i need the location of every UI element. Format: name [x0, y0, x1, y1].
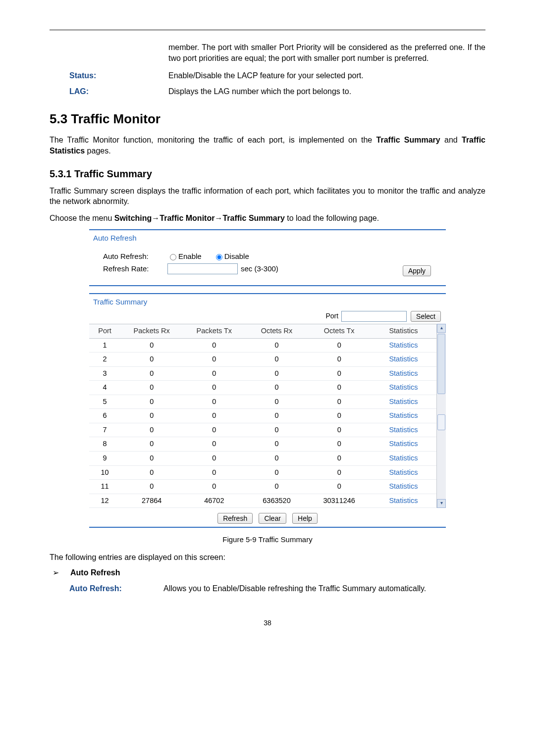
- table-row: 20000Statistics: [89, 353, 436, 367]
- auto-refresh-enable-radio[interactable]: Enable: [167, 252, 202, 261]
- table-cell: 7: [89, 423, 120, 437]
- scroll-up-arrow-icon[interactable]: ▴: [437, 324, 446, 333]
- table-cell: 10: [89, 465, 120, 480]
- table-cell: 0: [308, 338, 371, 353]
- statistics-link[interactable]: Statistics: [371, 409, 436, 423]
- table-cell: 0: [183, 366, 245, 381]
- page-top-rule: [50, 30, 485, 30]
- status-def-label: Status:: [50, 70, 168, 81]
- statistics-link[interactable]: Statistics: [371, 437, 436, 452]
- refresh-rate-input[interactable]: [167, 263, 238, 274]
- auto-refresh-def-text: Allows you to Enable/Disable refreshing …: [163, 583, 485, 594]
- table-row: 60000Statistics: [89, 409, 436, 423]
- statistics-link[interactable]: Statistics: [371, 366, 436, 381]
- table-cell: 0: [120, 480, 183, 494]
- statistics-link[interactable]: Statistics: [371, 480, 436, 494]
- table-row: 100000Statistics: [89, 465, 436, 480]
- scroll-thumb-marker: [437, 414, 445, 430]
- table-cell: 6: [89, 409, 120, 423]
- table-cell: 0: [245, 452, 308, 466]
- scroll-thumb[interactable]: [437, 334, 445, 394]
- table-cell: 2: [89, 353, 120, 367]
- help-button[interactable]: Help: [292, 513, 318, 524]
- table-row: 122786446702636352030311246Statistics: [89, 494, 436, 508]
- table-cell: 0: [245, 353, 308, 367]
- statistics-link[interactable]: Statistics: [371, 381, 436, 395]
- statistics-link[interactable]: Statistics: [371, 353, 436, 367]
- table-row: 110000Statistics: [89, 480, 436, 494]
- disable-radio-label: Disable: [224, 252, 249, 261]
- table-row: 80000Statistics: [89, 437, 436, 452]
- refresh-rate-label: Refresh Rate:: [94, 264, 167, 274]
- table-cell: 0: [245, 366, 308, 381]
- enable-radio-input[interactable]: [170, 254, 176, 260]
- table-cell: 0: [183, 437, 245, 452]
- table-row: 40000Statistics: [89, 381, 436, 395]
- table-vertical-scrollbar[interactable]: ▴ ▾: [436, 324, 446, 508]
- statistics-link[interactable]: Statistics: [371, 423, 436, 437]
- page-number: 38: [50, 618, 485, 628]
- empty-label: [50, 42, 168, 63]
- disable-radio-input[interactable]: [216, 254, 222, 260]
- table-cell: 9: [89, 452, 120, 466]
- refresh-button[interactable]: Refresh: [217, 513, 253, 524]
- statistics-link[interactable]: Statistics: [371, 494, 436, 508]
- table-cell: 0: [308, 395, 371, 409]
- col-statistics: Statistics: [371, 324, 436, 338]
- statistics-link[interactable]: Statistics: [371, 452, 436, 466]
- traffic-summary-table: Port Packets Rx Packets Tx Octets Rx Oct…: [89, 324, 436, 508]
- clear-button[interactable]: Clear: [259, 513, 286, 524]
- table-cell: 30311246: [308, 494, 371, 508]
- select-button[interactable]: Select: [411, 311, 441, 322]
- auto-refresh-def-label: Auto Refresh:: [69, 583, 163, 594]
- statistics-link[interactable]: Statistics: [371, 338, 436, 353]
- table-cell: 0: [120, 465, 183, 480]
- table-row: 70000Statistics: [89, 423, 436, 437]
- table-cell: 11: [89, 480, 120, 494]
- statistics-link[interactable]: Statistics: [371, 465, 436, 480]
- table-cell: 0: [183, 381, 245, 395]
- port-filter-input[interactable]: [341, 311, 407, 322]
- table-cell: 0: [183, 409, 245, 423]
- table-cell: 0: [308, 366, 371, 381]
- scroll-down-arrow-icon[interactable]: ▾: [437, 499, 446, 508]
- table-cell: 0: [308, 452, 371, 466]
- auto-refresh-panel: Auto Refresh Auto Refresh: Enable Disabl…: [89, 229, 446, 286]
- statistics-link[interactable]: Statistics: [371, 395, 436, 409]
- table-cell: 0: [183, 465, 245, 480]
- table-cell: 0: [120, 381, 183, 395]
- port-filter-label: Port: [325, 311, 338, 321]
- bullet-icon: ➢: [50, 567, 70, 578]
- figure-caption: Figure 5-9 Traffic Summary: [50, 535, 485, 545]
- table-cell: 0: [120, 338, 183, 353]
- apply-button[interactable]: Apply: [403, 265, 431, 276]
- table-cell: 0: [120, 395, 183, 409]
- auto-refresh-label: Auto Refresh:: [94, 252, 167, 261]
- table-cell: 0: [308, 437, 371, 452]
- table-cell: 0: [308, 465, 371, 480]
- section-intro: The Traffic Monitor function, monitoring…: [50, 135, 485, 156]
- table-cell: 12: [89, 494, 120, 508]
- table-cell: 0: [183, 480, 245, 494]
- table-cell: 8: [89, 437, 120, 452]
- table-cell: 0: [308, 353, 371, 367]
- table-row: 90000Statistics: [89, 452, 436, 466]
- traffic-summary-header: Traffic Summary: [89, 293, 446, 309]
- col-port: Port: [89, 324, 120, 338]
- table-cell: 1: [89, 338, 120, 353]
- status-def-text: Enable/Disable the LACP feature for your…: [168, 70, 485, 81]
- table-cell: 5: [89, 395, 120, 409]
- table-cell: 0: [245, 465, 308, 480]
- table-cell: 0: [308, 409, 371, 423]
- traffic-summary-screenshot: Auto Refresh Auto Refresh: Enable Disabl…: [89, 229, 446, 528]
- table-cell: 0: [120, 437, 183, 452]
- table-cell: 0: [245, 480, 308, 494]
- auto-refresh-disable-radio[interactable]: Disable: [214, 252, 249, 261]
- table-cell: 0: [183, 353, 245, 367]
- col-packets-tx: Packets Tx: [183, 324, 245, 338]
- table-cell: 0: [183, 338, 245, 353]
- table-cell: 0: [120, 366, 183, 381]
- table-cell: 0: [245, 409, 308, 423]
- col-octets-rx: Octets Rx: [245, 324, 308, 338]
- menu-path-line: Choose the menu Switching→Traffic Monito…: [50, 213, 485, 224]
